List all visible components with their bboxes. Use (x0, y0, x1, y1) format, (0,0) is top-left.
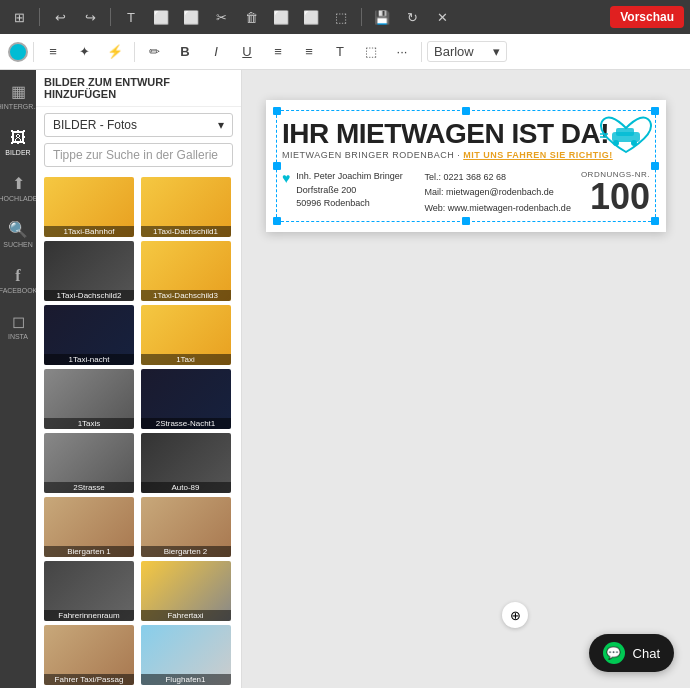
delete-btn[interactable]: 🗑 (238, 4, 264, 30)
text-btn[interactable]: T (118, 4, 144, 30)
bilder-icon: 🖼 (10, 129, 26, 147)
list-item[interactable]: Fahrer Taxi/Passag (44, 625, 134, 685)
list-item[interactable]: 1Taxis (44, 369, 134, 429)
list-item[interactable]: 1Taxi (141, 305, 231, 365)
font-name: Barlow (434, 44, 474, 59)
sidebar-label-suchen: SUCHEN (3, 241, 33, 248)
svg-point-3 (631, 140, 637, 146)
list-item[interactable]: 1Taxi-Dachschild3 (141, 241, 231, 301)
copy-btn[interactable]: ⬜ (178, 4, 204, 30)
stack-btn[interactable]: ⬚ (328, 4, 354, 30)
sidebar-item-bilder[interactable]: 🖼 BILDER (2, 120, 34, 164)
contact-mail: Mail: mietwagen@rodenbach.de (424, 185, 570, 200)
color-picker[interactable] (8, 42, 28, 62)
list-item[interactable]: Auto-89 (141, 433, 231, 493)
underline-btn[interactable]: U (233, 38, 261, 66)
layer-btn[interactable]: ⬜ (298, 4, 324, 30)
fmt-sep-2 (134, 42, 135, 62)
thumb-label: 1Taxis (44, 418, 134, 429)
card-subtitle: MIETWAGEN BRINGER RODENBACH · MIT UNS FA… (282, 150, 650, 160)
svg-point-2 (613, 140, 619, 146)
list-item[interactable]: Fahrerinnenraum (44, 561, 134, 621)
sidebar-label-bilder: BILDER (5, 149, 30, 156)
image-grid: 1Taxi-Bahnhof 1Taxi-Dachschild1 1Taxi-Da… (36, 173, 241, 688)
sidebar-item-hochladen[interactable]: ⬆ HOCHLADE (2, 166, 34, 210)
search-box: Tippe zur Suche in der Gallerie (44, 143, 233, 167)
list-item[interactable]: Biergarten 2 (141, 497, 231, 557)
dropdown-label: BILDER - Fotos (53, 118, 137, 132)
grid-icon-btn[interactable]: ⊞ (6, 4, 32, 30)
refresh-btn[interactable]: ↻ (399, 4, 425, 30)
thumb-label: 1Taxi-Dachschild1 (141, 226, 231, 237)
list-item[interactable]: Biergarten 1 (44, 497, 134, 557)
contact-web: Web: www.mietwagen-rodenbach.de (424, 201, 570, 216)
sparkle-btn[interactable]: ✦ (70, 38, 98, 66)
design-canvas: IHR MIETWAGEN IST DA! MIETWAGEN BRINGER … (266, 100, 666, 232)
list-item[interactable]: 2Strasse (44, 433, 134, 493)
sidebar-item-suchen[interactable]: 🔍 SUCHEN (2, 212, 34, 256)
info-text-company: Inh. Peter Joachim Bringer Dorfstraße 20… (296, 170, 403, 211)
list-item[interactable]: 1Taxi-Bahnhof (44, 177, 134, 237)
card-info-contact: Tel.: 0221 368 62 68 Mail: mietwagen@rod… (424, 170, 570, 216)
list-item[interactable]: Fahrertaxi (141, 561, 231, 621)
redo-btn[interactable]: ↪ (77, 4, 103, 30)
scroll-icon: ⊕ (510, 608, 521, 623)
canvas-area: IHR MIETWAGEN IST DA! MIETWAGEN BRINGER … (242, 70, 690, 688)
subtitle-text: MIETWAGEN BRINGER RODENBACH · (282, 150, 463, 160)
sidebar-item-hintergrund[interactable]: ▦ HINTERGR... (2, 74, 34, 118)
list-item[interactable]: 2Strasse-Nacht1 (141, 369, 231, 429)
category-dropdown[interactable]: BILDER - Fotos ▾ (44, 113, 233, 137)
hintergrund-icon: ▦ (11, 82, 26, 101)
image-panel: BILDER ZUM ENTWURF HINZUFÜGEN BILDER - F… (36, 70, 242, 688)
card-info-left: ♥ Inh. Peter Joachim Bringer Dorfstraße … (282, 170, 414, 216)
bold-btn[interactable]: B (171, 38, 199, 66)
card-number-section: ORDNUNGS-NR. 100 (581, 170, 650, 216)
dropdown-chevron-icon: ▾ (218, 118, 224, 132)
sidebar-label-insta: INSTA (8, 333, 28, 340)
cut-btn[interactable]: ✂ (208, 4, 234, 30)
italic-btn[interactable]: I (202, 38, 230, 66)
align-left-btn[interactable]: ≡ (39, 38, 67, 66)
company-name: Inh. Peter Joachim Bringer (296, 170, 403, 184)
sidebar-item-insta[interactable]: ◻ INSTA (2, 304, 34, 348)
scroll-down-btn[interactable]: ⊕ (502, 602, 528, 628)
text-size-btn[interactable]: T (326, 38, 354, 66)
more-btn[interactable]: ··· (388, 38, 416, 66)
contact-phone: Tel.: 0221 368 62 68 (424, 170, 570, 185)
list-item[interactable]: 1Taxi-Dachschild1 (141, 177, 231, 237)
align-btn[interactable]: ⬜ (268, 4, 294, 30)
order-number: 100 (581, 179, 650, 215)
thumb-label: Fahrerinnenraum (44, 610, 134, 621)
thumb-label: Biergarten 2 (141, 546, 231, 557)
thumb-label: Fahrertaxi (141, 610, 231, 621)
align-center-btn[interactable]: ≡ (264, 38, 292, 66)
card-content: IHR MIETWAGEN IST DA! MIETWAGEN BRINGER … (266, 100, 666, 232)
shape-btn[interactable]: ⬜ (148, 4, 174, 30)
align-right-btn[interactable]: ≡ (295, 38, 323, 66)
list-item[interactable]: 1Taxi-nacht (44, 305, 134, 365)
subtitle-highlight: MIT UNS FAHREN SIE RICHTIG! (463, 150, 613, 160)
thumb-label: 1Taxi (141, 354, 231, 365)
list-item[interactable]: 1Taxi-Dachschild2 (44, 241, 134, 301)
chat-widget[interactable]: 💬 Chat (589, 634, 674, 672)
top-toolbar: ⊞ ↩ ↪ T ⬜ ⬜ ✂ 🗑 ⬜ ⬜ ⬚ 💾 ↻ ✕ Vorschau (0, 0, 690, 34)
fmt-sep-1 (33, 42, 34, 62)
list-item[interactable]: Flughafen1 (141, 625, 231, 685)
search-icon: 🔍 (8, 220, 28, 239)
lightning-btn[interactable]: ⚡ (101, 38, 129, 66)
chevron-down-icon: ▾ (493, 44, 500, 59)
sidebar-item-facebook[interactable]: f FACEBOOK (2, 258, 34, 302)
preview-button[interactable]: Vorschau (610, 6, 684, 28)
text-box-btn[interactable]: ⬚ (357, 38, 385, 66)
chat-bubble-icon: 💬 (603, 642, 625, 664)
close-btn[interactable]: ✕ (429, 4, 455, 30)
company-address1: Dorfstraße 200 (296, 184, 403, 198)
undo-btn[interactable]: ↩ (47, 4, 73, 30)
save-icon-btn[interactable]: 💾 (369, 4, 395, 30)
pencil-btn[interactable]: ✏ (140, 38, 168, 66)
heart-car-logo (596, 110, 656, 160)
thumb-label: 1Taxi-nacht (44, 354, 134, 365)
font-selector[interactable]: Barlow ▾ (427, 41, 507, 62)
thumb-label: Auto-89 (141, 482, 231, 493)
thumb-label: Biergarten 1 (44, 546, 134, 557)
